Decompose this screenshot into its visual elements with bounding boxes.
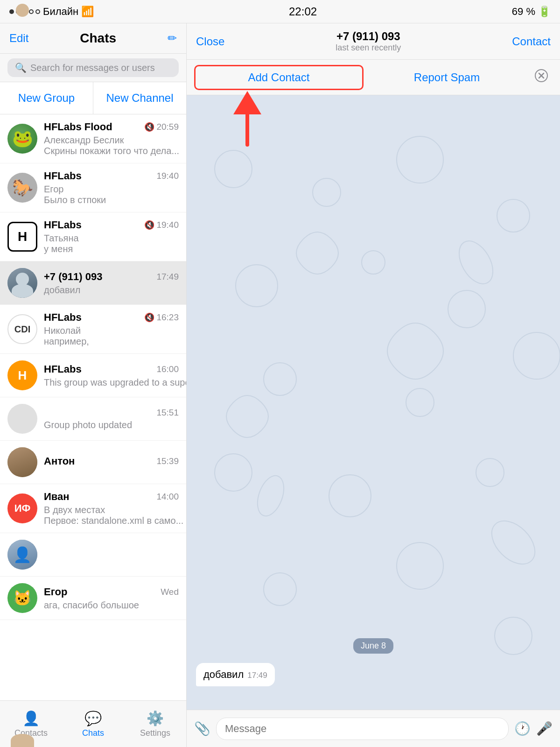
add-contact-button[interactable]: Add Contact [194,65,364,90]
chat-header: Close +7 (911) 093 last seen recently Co… [187,23,560,60]
search-icon: 🔍 [15,62,27,73]
chat-name: +7 (911) 093 [44,271,102,283]
tab-chats-label: Chats [82,728,104,738]
active-chat-item[interactable]: +7 (911) 093 17:49 добавил [0,261,186,305]
chat-preview: у меня [44,244,73,254]
chat-item[interactable]: 🐎 HFLabs 19:40 Егор Было в стпоки [0,163,186,212]
chat-name-row: HFLabs Flood 🔇 20:59 [44,121,179,133]
chat-time: 14:00 [156,492,179,502]
chat-preview: Было в стпоки [44,195,106,205]
chat-info: HFLabs 16:00 This group was upgraded to … [44,363,179,388]
chat-time: 16:00 [156,364,179,374]
svg-point-14 [406,388,434,416]
chat-sender: Егор [44,184,63,194]
chat-sender: Татьяна [44,233,79,243]
avatar: 👤 [7,540,37,570]
chat-preview: Group photo updated [44,420,132,430]
date-badge: June 8 [353,638,393,654]
search-input-wrap[interactable]: 🔍 Search for messages or users [7,58,179,77]
chat-name: HFLabs [44,170,82,182]
report-spam-button[interactable]: Report Spam [364,66,530,89]
chat-time: 17:49 [156,272,179,282]
battery-icon: 🔋 [538,6,551,18]
chat-info: +7 (911) 093 17:49 добавил [44,271,179,296]
avatar: H [7,360,37,390]
chat-name: HFLabs [44,363,82,375]
chats-icon: 💬 [84,710,102,726]
attachment-icon[interactable]: 📎 [194,721,210,736]
chat-time: 20:59 [156,122,179,132]
svg-point-13 [264,363,296,395]
message-time: 17:49 [247,671,267,680]
chat-item[interactable]: ИФ Иван 14:00 В двух местах Первое: stan… [0,484,186,533]
chat-info: HFLabs 🔇 16:23 Николай например, [44,311,179,347]
chat-name: Егор [44,586,67,598]
chat-info: HFLabs Flood 🔇 20:59 Александр Беслик Ск… [44,121,179,156]
chat-item[interactable]: H HFLabs 16:00 This group was upgraded t… [0,354,186,397]
svg-point-17 [329,475,371,517]
message-text: добавил [203,669,244,681]
dot5 [35,9,40,14]
edit-button[interactable]: Edit [9,32,28,45]
tab-chats[interactable]: 💬 Chats [62,701,124,747]
new-channel-button[interactable]: New Channel [93,82,186,114]
avatar: H [7,222,37,252]
chat-name-row: +7 (911) 093 17:49 [44,271,179,283]
chat-item[interactable]: H HFLabs 🔇 19:40 Татьяна у меня [0,212,186,261]
chat-info: Антон 15:39 [44,455,179,469]
search-placeholder: Search for messages or users [30,63,155,73]
chat-time: 19:40 [156,171,179,181]
chat-name: Антон [44,455,75,467]
red-arrow-annotation [224,89,271,151]
chat-item[interactable]: 👤 [0,533,186,577]
chat-header-center: +7 (911) 093 last seen recently [336,30,401,53]
avatar [7,447,37,477]
sticker-icon[interactable]: 🕐 [514,721,531,736]
chat-background: June 8 добавил 17:49 [187,95,560,710]
chat-name: Иван [44,491,70,503]
chat-preview: добавил [44,285,80,295]
chat-item[interactable]: 🐸 HFLabs Flood 🔇 20:59 Александр Беслик … [0,114,186,163]
status-right: 69 % 🔋 [512,6,551,18]
compose-button[interactable]: ✏ [168,32,177,45]
avatar: 🐎 [7,173,37,203]
contact-status: last seen recently [336,43,401,53]
message-input-bar: 📎 🕐 🎤 [187,710,560,747]
chat-preview: ага, спасибо большое [44,600,139,610]
contact-button[interactable]: Contact [512,35,551,48]
close-button[interactable]: Close [196,35,224,48]
chat-preview: This group was upgraded to a supergroup [44,377,186,388]
chat-item[interactable]: CDI HFLabs 🔇 16:23 Николай например, [0,305,186,354]
chat-item[interactable]: 🐱 Егор Wed ага, спасибо большое [0,577,186,620]
new-group-button[interactable]: New Group [0,82,93,114]
dot4 [29,9,34,14]
chat-preview: Первое: standalone.xml в само... [44,515,183,526]
chat-time: 16:23 [156,312,179,323]
avatar: CDI [7,314,37,344]
chat-name-row: HFLabs 🔇 19:40 [44,219,179,231]
dot1 [9,9,14,14]
mute-icon: 🔇 [144,220,154,230]
chat-sender: Александр Беслик [44,135,124,146]
chat-sender: Николай [44,325,81,336]
chat-name-row: Иван 14:00 [44,491,179,503]
main-content: Edit Chats ✏ 🔍 Search for messages or us… [0,23,560,747]
chat-name: HFLabs [44,219,82,231]
microphone-icon[interactable]: 🎤 [536,721,553,736]
message-bubble: добавил 17:49 [196,663,275,686]
chat-name-row: 15:51 [44,408,179,418]
svg-point-16 [215,454,252,491]
chat-list: 🐸 HFLabs Flood 🔇 20:59 Александр Беслик … [0,114,186,700]
chat-item[interactable]: Антон 15:39 [0,441,186,484]
svg-point-6 [215,150,252,188]
message-input[interactable] [216,718,509,740]
chat-time: Wed [161,587,179,597]
dismiss-button[interactable] [530,64,553,90]
chat-name-row: HFLabs 16:00 [44,363,179,375]
chat-item[interactable]: 15:51 Group photo updated [0,397,186,441]
avatar [7,268,37,298]
wifi-icon: 📶 [81,6,94,18]
tab-settings[interactable]: ⚙️ Settings [124,701,186,747]
contact-name: +7 (911) 093 [336,30,401,43]
svg-point-24 [483,513,543,572]
